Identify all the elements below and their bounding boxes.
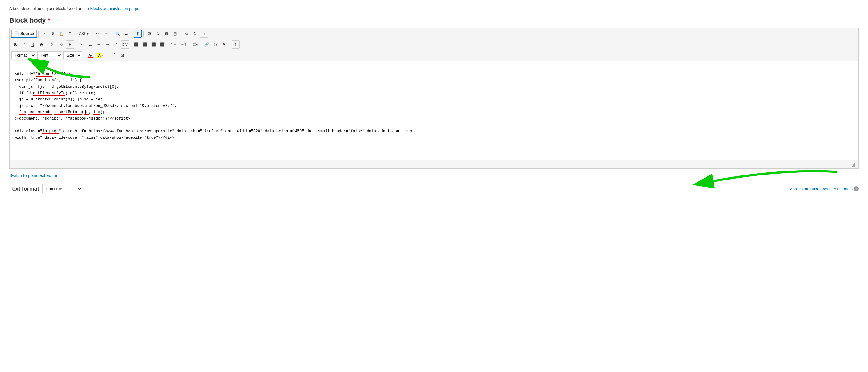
bidi-rtl-button[interactable]: ←¶ [179,40,188,49]
blocks-admin-link[interactable]: Blocks administration page. [90,6,139,11]
separator-4 [112,31,112,37]
required-star: * [48,17,51,24]
paste-button[interactable]: 📋 [58,30,65,38]
separator-14 [230,41,230,48]
maximize-button[interactable]: ⛶ [109,51,117,59]
paste-text-button[interactable]: T [66,30,74,38]
select-all-button[interactable]: ¶ [134,30,142,38]
link-button[interactable]: 🔗 [203,40,211,49]
div-button[interactable]: DIV [121,40,129,49]
copy-button[interactable]: ⧉ [49,30,57,38]
page-description: A brief description of your block. Used … [9,6,859,11]
cut-button[interactable]: ✂ [40,30,48,38]
underline-button[interactable]: U [29,40,37,49]
switch-plain-text-section: Switch to plain text editor [9,173,859,178]
format-dropdown[interactable]: Format [11,51,36,59]
source-button[interactable]: 📄 Source [11,30,37,38]
text-format-label: Text format [9,186,39,192]
subscript-button[interactable]: X2 [49,40,57,49]
source-icon: 📄 [14,31,19,36]
separator-6 [143,31,144,37]
separator-10 [131,41,131,48]
redo-button[interactable]: ↪ [102,30,110,38]
unlink-button[interactable]: ⛓ [212,40,220,49]
editor-content-area[interactable]: <div id="fb-root"></div> <script>(functi… [9,61,859,160]
justify-left-button[interactable]: ⬛ [132,40,141,49]
replace-button[interactable]: ⇄ [122,30,130,38]
font-dropdown[interactable]: Font [37,51,62,59]
justify-full-button[interactable]: ⬛ [158,40,166,49]
separator-1 [38,31,39,37]
toolbar-row-1: 📄 Source ✂ ⧉ 📋 T ABC▾ ↩ ↪ 🔍 ⇄ ¶ 🖼 ⊘ ⊞ ▤ [9,28,859,39]
size-dropdown[interactable]: Size [63,51,82,59]
language-button[interactable]: ❏▾ [191,40,199,49]
more-info-link[interactable]: More information about text formats ? [789,186,859,191]
undo-button[interactable]: ↩ [94,30,102,38]
iframe-button[interactable]: ⊡ [200,30,208,38]
flash-button[interactable]: ⊘ [154,30,162,38]
font-color-button[interactable]: A ▾ [87,51,95,59]
toolbar-row-2: B I U S X2 X2 Ix ≡ ☰ ⇤ ⇥ " DIV ⬛ ⬛ ⬛ ⬛ ¶… [9,39,859,50]
separator-16 [106,52,107,58]
toolbar-row-3: Format Font Size A ▾ A ▾ ⛶ ⊡ [9,50,859,61]
numbered-list-button[interactable]: ≡ [78,40,86,49]
preview-button[interactable]: ⊡ [118,51,126,59]
spell-check-button[interactable]: ABC▾ [78,30,90,38]
text-format-row: Text format Full HTML Basic HTML Plain t… [9,184,859,193]
anchor-button[interactable]: ⚑ [220,40,228,49]
bullet-list-button[interactable]: ☰ [86,40,94,49]
remove-format-button[interactable]: Ix [66,40,74,49]
justify-right-button[interactable]: ⬛ [150,40,158,49]
separator-15 [84,52,84,58]
separator-11 [168,41,168,48]
switch-plain-text-link[interactable]: Switch to plain text editor [9,173,58,178]
bold-button[interactable]: B [11,40,20,49]
block-body-label: Block body * [9,17,859,24]
justify-center-button[interactable]: ⬛ [141,40,149,49]
editor-wrapper: 📄 Source ✂ ⧉ 📋 T ABC▾ ↩ ↪ 🔍 ⇄ ¶ 🖼 ⊘ ⊞ ▤ [9,28,859,169]
separator-2 [76,31,76,37]
superscript-button[interactable]: X2 [58,40,65,49]
smiley-button[interactable]: ☺ [183,30,191,38]
separator-7 [181,31,181,37]
blockquote-button[interactable]: " [112,40,120,49]
outdent-button[interactable]: ⇤ [95,40,103,49]
separator-9 [76,41,76,48]
find-button[interactable]: 🔍 [114,30,122,38]
editor-statusbar: ◢ [9,160,859,168]
separator-13 [201,41,202,48]
text-format-select[interactable]: Full HTML Basic HTML Plain text [42,184,83,193]
image-button[interactable]: 🖼 [145,30,153,38]
separator-3 [92,31,92,37]
strikethrough-button[interactable]: S [37,40,45,49]
resize-handle[interactable]: ◢ [851,162,856,166]
separator-8 [47,41,47,48]
italic-button[interactable]: I [20,40,28,49]
bidi-ltr-button[interactable]: ¶→ [170,40,179,49]
separator-5 [132,31,132,37]
separator-12 [190,41,190,48]
table-button[interactable]: ⊞ [162,30,170,38]
show-blocks-button[interactable]: ¶ [232,40,240,49]
indent-button[interactable]: ⇥ [103,40,112,49]
bg-color-button[interactable]: A ▾ [96,51,104,59]
table-cell-button[interactable]: ▤ [171,30,179,38]
special-char-button[interactable]: Ω [191,30,199,38]
info-icon: ? [854,186,859,191]
